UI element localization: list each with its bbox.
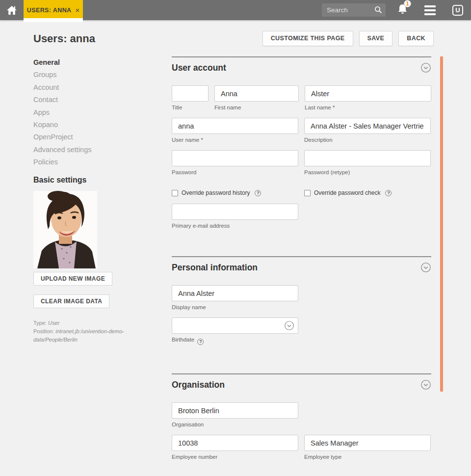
organisation-row: Organisation	[172, 402, 431, 428]
page-body: Users: anna CUSTOMIZE THIS PAGE SAVE BAC…	[0, 20, 471, 476]
position-label: Position:	[33, 328, 54, 334]
tab-users-anna[interactable]: USERS: ANNA ×	[24, 0, 83, 20]
birthdate-input[interactable]	[172, 317, 298, 334]
chevron-down-icon[interactable]	[284, 320, 294, 331]
sidebar-item-policies[interactable]: Policies	[33, 156, 167, 168]
title-label: Title	[172, 104, 209, 111]
description-label: Description	[304, 136, 431, 143]
username-row: User name * Description	[172, 118, 431, 143]
section-nav: General Groups Account Contact Apps Kopa…	[33, 56, 167, 169]
birthdate-row: Birthdate ?	[172, 317, 431, 343]
field-birthdate: Birthdate ?	[172, 317, 298, 343]
sidebar: General Groups Account Contact Apps Kopa…	[33, 56, 167, 344]
help-icon[interactable]: ?	[255, 190, 261, 196]
notification-badge: 1	[404, 0, 411, 7]
password-row: Password Password (retype)	[172, 150, 431, 176]
primary-email-label: Primary e-mail address	[172, 222, 298, 229]
sidebar-item-advanced-settings[interactable]: Advanced settings	[33, 144, 167, 156]
title-input[interactable]	[172, 85, 209, 102]
sidebar-item-contact[interactable]: Contact	[33, 94, 167, 106]
first-name-label: First name	[214, 104, 299, 111]
header-buttons: CUSTOMIZE THIS PAGE SAVE BACK	[262, 31, 434, 46]
field-employee-type: Employee type	[304, 435, 431, 460]
section-title: Organisation	[172, 379, 225, 391]
object-meta: Type: User Position: intranet.jb:/univen…	[33, 319, 163, 344]
employee-type-input[interactable]	[304, 435, 431, 451]
app-window: USERS: ANNA × 1 U Users:	[0, 0, 471, 476]
collapse-section-icon[interactable]	[420, 262, 431, 273]
sidebar-item-groups[interactable]: Groups	[33, 69, 167, 81]
field-password-retype: Password (retype)	[304, 150, 431, 176]
password-input[interactable]	[172, 150, 298, 166]
field-title: Title	[172, 85, 209, 111]
display-name-row: Display name	[172, 285, 431, 311]
collapse-section-icon[interactable]	[420, 379, 431, 390]
section-title: Personal information	[172, 262, 258, 273]
employee-number-input[interactable]	[172, 435, 298, 451]
collapse-section-icon[interactable]	[420, 62, 431, 73]
menu-button[interactable]	[424, 5, 436, 15]
user-name-input[interactable]	[172, 118, 298, 134]
sidebar-item-general[interactable]: General	[33, 56, 167, 69]
password-label: Password	[172, 169, 298, 176]
override-password-check-label: Override password check	[314, 189, 380, 196]
univention-logo-button[interactable]: U	[452, 5, 463, 16]
field-last-name: Last name *	[305, 85, 431, 111]
organisation-label: Organisation	[172, 421, 298, 428]
help-icon[interactable]: ?	[197, 339, 204, 345]
close-icon[interactable]: ×	[75, 6, 79, 14]
sidebar-item-account[interactable]: Account	[33, 81, 167, 94]
override-password-check-checkbox[interactable]	[304, 190, 311, 196]
sidebar-item-openproject[interactable]: OpenProject	[33, 131, 167, 143]
description-input[interactable]	[304, 118, 431, 134]
help-icon[interactable]: ?	[385, 190, 392, 196]
last-name-label: Last name *	[305, 104, 431, 111]
override-password-history-checkbox[interactable]	[172, 190, 178, 196]
override-password-history-label: Override password history	[182, 189, 250, 196]
section-organisation: Organisation	[172, 373, 431, 391]
upload-new-image-button[interactable]: UPLOAD NEW IMAGE	[33, 272, 112, 286]
field-display-name: Display name	[172, 285, 298, 311]
email-row: Primary e-mail address	[172, 204, 431, 229]
form-area: User account Title First name Last na	[172, 56, 431, 467]
page-title: Users: anna	[33, 32, 95, 45]
primary-email-input[interactable]	[172, 204, 298, 220]
clear-image-wrap: CLEAR IMAGE DATA	[33, 294, 167, 308]
search-box	[322, 3, 386, 17]
notifications-button[interactable]: 1	[397, 3, 408, 17]
save-button[interactable]: SAVE	[359, 31, 393, 46]
back-button[interactable]: BACK	[398, 31, 434, 46]
organisation-input[interactable]	[172, 402, 298, 419]
birthdate-label: Birthdate ?	[172, 336, 298, 343]
basic-settings-heading: Basic settings	[33, 176, 167, 185]
last-name-input[interactable]	[305, 85, 431, 102]
display-name-input[interactable]	[172, 285, 298, 301]
employee-type-label: Employee type	[304, 453, 431, 460]
sidebar-item-kopano[interactable]: Kopano	[33, 119, 167, 131]
topbar-spacer	[83, 0, 322, 20]
password-retype-input[interactable]	[304, 150, 431, 166]
field-first-name: First name	[214, 85, 299, 111]
section-personal-information: Personal information	[172, 256, 431, 273]
sidebar-item-apps[interactable]: Apps	[33, 106, 167, 119]
upload-image-wrap: UPLOAD NEW IMAGE	[33, 272, 167, 286]
override-password-check-group: Override password check ?	[304, 189, 431, 197]
first-name-input[interactable]	[214, 85, 299, 102]
hamburger-icon	[424, 5, 436, 7]
override-row: Override password history ? Override pas…	[172, 189, 431, 197]
customize-page-button[interactable]: CUSTOMIZE THIS PAGE	[262, 31, 353, 46]
employee-row: Employee number Employee type	[172, 435, 431, 460]
birthdate-input-wrap	[172, 317, 298, 334]
section-user-account: User account	[172, 56, 431, 74]
field-primary-email: Primary e-mail address	[172, 204, 298, 229]
home-button[interactable]	[0, 0, 24, 20]
search-icon[interactable]	[374, 6, 382, 14]
birthdate-label-text: Birthdate	[172, 337, 194, 343]
scrollbar-thumb[interactable]	[440, 56, 443, 392]
override-password-history-group: Override password history ?	[172, 189, 298, 197]
object-position: Position: intranet.jb:/univention-demo-d…	[33, 327, 163, 344]
topbar: USERS: ANNA × 1 U	[0, 0, 471, 20]
clear-image-data-button[interactable]: CLEAR IMAGE DATA	[33, 294, 109, 308]
user-name-label: User name *	[172, 136, 298, 143]
employee-number-label: Employee number	[172, 453, 298, 460]
